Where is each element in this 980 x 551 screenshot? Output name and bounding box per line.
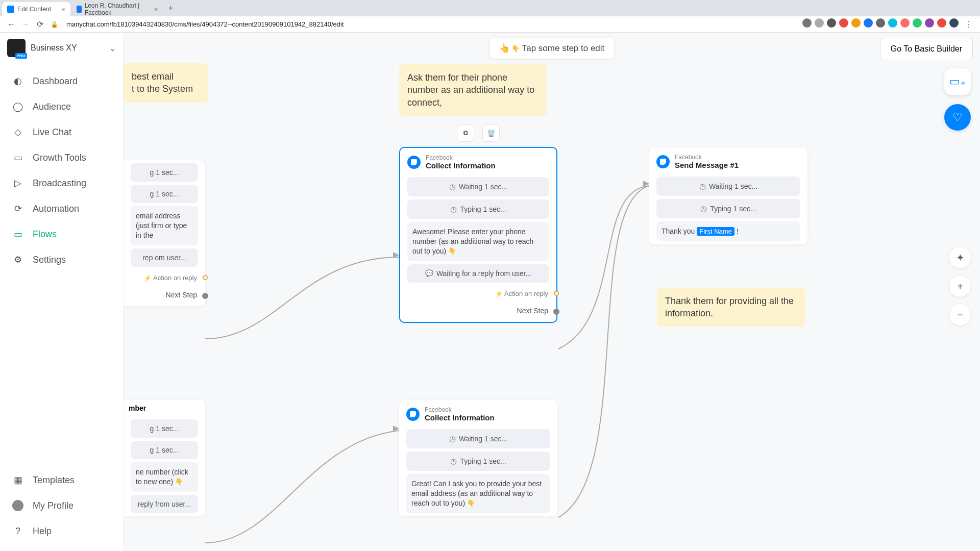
connector-dot[interactable] [553,309,559,315]
message-preview[interactable]: Awesome! Please enter your phone number … [407,222,549,261]
sticky-note[interactable]: Thank them for providing all the informa… [657,288,805,327]
tab-close-icon[interactable]: × [61,6,65,13]
reply-wait-pill[interactable]: Waiting for a reply from user... [407,264,549,283]
delay-pill[interactable]: g 1 sec... [131,163,198,182]
chrome-menu-icon[interactable]: ⋮ [963,18,975,31]
sidebar-item-broadcasting[interactable]: ▷Broadcasting [0,170,123,196]
sparkle-icon: ✦ [956,252,965,264]
help-icon: ? [12,525,23,537]
business-avatar-icon: PRO [7,39,26,57]
extension-icon[interactable] [876,18,885,28]
messenger-icon [406,408,420,421]
extension-icon[interactable] [864,18,873,28]
extension-icon[interactable] [802,18,812,28]
sidebar-item-livechat[interactable]: ◇Live Chat [0,119,123,145]
templates-icon: ▦ [12,474,23,486]
connector-dot[interactable] [203,275,208,280]
auto-arrange-button[interactable]: ✦ [949,247,971,268]
tab-favicon-icon [77,6,82,13]
url-field[interactable]: manychat.com/fb181039443240830/cms/files… [61,20,802,28]
message-preview[interactable]: ne number (click to new one) [131,462,198,492]
browser-tab-bar: Edit Content × Leon R. Chaudhari | Faceb… [0,0,980,16]
delay-pill[interactable]: g 1 sec... [131,441,198,459]
sidebar-item-audience[interactable]: ◯Audience [0,94,123,119]
extension-icon[interactable] [937,18,946,28]
delay-pill[interactable]: Typing 1 sec... [656,199,800,218]
browser-tab-active[interactable]: Edit Content × [2,2,70,16]
extension-icon[interactable] [839,18,848,28]
back-button[interactable]: ← [5,18,17,31]
forward-button[interactable]: → [19,18,32,31]
new-tab-button[interactable]: + [164,4,177,13]
extension-icon[interactable] [851,18,861,28]
reload-button[interactable]: ⟳ [34,18,46,31]
reply-wait-pill[interactable]: rep om user... [131,248,198,267]
extension-icon[interactable] [925,18,934,28]
message-preview[interactable]: email address (just firm or type in the [131,206,198,245]
add-card-button[interactable]: ▭₊ [944,68,971,95]
flow-card-partial[interactable]: mber g 1 sec... g 1 sec... ne number (cl… [124,400,205,516]
clock-icon [449,182,456,191]
sidebar-item-help[interactable]: ?Help [0,518,123,544]
delete-button[interactable]: 🗑️ [482,124,500,142]
delay-pill[interactable]: Waiting 1 sec... [656,177,800,196]
svg-marker-4 [393,425,399,432]
delay-pill[interactable]: Waiting 1 sec... [407,177,549,196]
flow-canvas[interactable]: 👆 Tap some step to edit Go To Basic Buil… [124,33,980,551]
tab-close-icon[interactable]: × [154,6,158,13]
next-step-connector[interactable]: Next Step [124,286,205,306]
next-step-connector[interactable]: Next Step [400,302,556,322]
flow-card-send-message[interactable]: Facebook Send Message #1 Waiting 1 sec..… [649,147,807,244]
delay-pill[interactable]: Waiting 1 sec... [406,429,550,448]
sticky-note[interactable]: best email t to the System [124,63,208,103]
business-selector[interactable]: PRO Business XY ⌄ [0,33,123,63]
tab-title: Leon R. Chaudhari | Facebook [85,2,144,16]
profile-avatar-icon[interactable] [949,18,959,28]
delay-pill[interactable]: Typing 1 sec... [406,452,550,471]
reply-wait-pill[interactable]: reply from user... [131,495,198,513]
sticky-note[interactable]: Ask them for their phone number as an ad… [399,64,547,116]
message-preview[interactable]: Thank you First Name ! [656,221,800,241]
extension-icon[interactable] [913,18,922,28]
sidebar-item-settings[interactable]: ⚙Settings [0,247,123,272]
flow-card-partial[interactable]: g 1 sec... g 1 sec... email address (jus… [124,160,205,306]
extension-icon[interactable] [900,18,910,28]
duplicate-button[interactable]: ⧉ [457,124,474,142]
sidebar-item-automation[interactable]: ⟳Automation [0,196,123,221]
heart-icon: ♡ [952,111,963,124]
card-title: Send Message #1 [675,161,739,169]
action-on-reply[interactable]: Action on reply [400,286,556,302]
sidebar-item-templates[interactable]: ▦Templates [0,467,123,493]
action-on-reply[interactable]: Action on reply [124,270,205,286]
messenger-icon [407,156,421,169]
star-icon[interactable] [827,18,836,28]
sidebar-item-dashboard[interactable]: ◐Dashboard [0,68,123,94]
extension-icon[interactable] [815,18,824,28]
chevron-down-icon: ⌄ [109,43,116,53]
hint-banner: 👆 Tap some step to edit [490,38,614,59]
user-icon: ◯ [12,101,23,112]
sidebar-item-growth[interactable]: ▭Growth Tools [0,145,123,170]
delay-pill[interactable]: g 1 sec... [131,419,198,438]
assistant-button[interactable]: ♡ [944,104,971,131]
clock-icon [699,182,706,191]
messenger-icon [656,155,670,168]
browser-tab[interactable]: Leon R. Chaudhari | Facebook × [71,2,163,16]
sidebar-item-flows[interactable]: ▭Flows [0,221,123,247]
zoom-in-button[interactable]: + [949,276,971,297]
svg-marker-2 [393,252,399,258]
connector-dot[interactable] [202,293,208,299]
delay-pill[interactable]: g 1 sec... [131,185,198,203]
zoom-out-button[interactable]: − [949,304,971,325]
delay-pill[interactable]: Typing 1 sec... [407,199,549,219]
extension-icon[interactable] [888,18,897,28]
flow-card-collect-info[interactable]: Facebook Collect Information Waiting 1 s… [399,147,557,323]
go-basic-builder-button[interactable]: Go To Basic Builder [880,38,973,60]
message-preview[interactable]: Great! Can I ask you to provide your bes… [406,474,550,513]
connector-dot[interactable] [554,291,559,296]
sidebar-item-profile[interactable]: My Profile [0,493,123,518]
variable-token[interactable]: First Name [697,227,734,236]
chat-icon [425,269,433,277]
card-title: Collect Information [425,413,495,422]
flow-card-collect-info[interactable]: Facebook Collect Information Waiting 1 s… [399,400,557,516]
